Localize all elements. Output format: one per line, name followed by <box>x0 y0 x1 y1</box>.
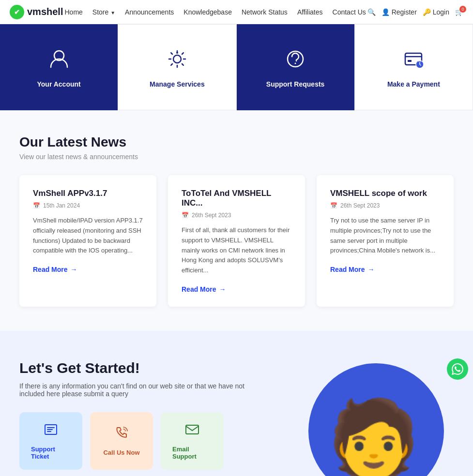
calendar-icon-1: 📅 <box>33 202 40 209</box>
news-subtitle: View our latest news & announcements <box>19 153 454 161</box>
svg-rect-6 <box>408 60 412 62</box>
nav-home[interactable]: Home <box>64 8 82 16</box>
read-more-1[interactable]: Read More → <box>33 266 143 273</box>
hero-cards: Your Account Manage Services Support Req… <box>0 24 473 110</box>
email-support-label: Email Support <box>172 446 212 460</box>
support-requests-label: Support Requests <box>266 80 325 88</box>
action-cards: Support Ticket Call Us Now <box>19 412 271 470</box>
login-link[interactable]: 🔑 Login <box>423 8 449 16</box>
get-started-title: Let's Get Started! <box>19 360 271 376</box>
nav-knowledgebase[interactable]: Knowledgebase <box>183 8 232 16</box>
action-card-support-ticket[interactable]: Support Ticket <box>19 412 82 470</box>
whatsapp-button[interactable] <box>447 358 468 380</box>
logo-text: vmshell <box>27 6 63 17</box>
read-more-2[interactable]: Read More → <box>182 285 291 293</box>
logo-icon: ✔ <box>10 5 24 19</box>
action-card-call-us-now[interactable]: Call Us Now <box>90 412 153 470</box>
news-section: Our Latest News View our latest news & a… <box>0 110 473 331</box>
make-payment-icon <box>401 47 426 75</box>
calendar-icon-2: 📅 <box>182 212 189 219</box>
hero-card-make-payment[interactable]: Make a Payment <box>354 24 473 110</box>
login-icon: 🔑 <box>423 8 431 16</box>
news-card-1: VmShell APPv3.1.7 📅 15th Jan 2024 VmShel… <box>19 175 156 307</box>
arrow-icon-2: → <box>219 285 226 293</box>
get-started-illustration: 🧑‍💼 <box>308 344 473 476</box>
arrow-icon-3: → <box>368 266 375 273</box>
navbar: ✔ vmshell Home Store ▼ Announcements Kno… <box>0 0 473 24</box>
user-icon: 👤 <box>381 8 390 16</box>
arrow-icon-1: → <box>71 266 77 273</box>
get-started-content: Let's Get Started! If there is any infor… <box>19 360 271 470</box>
nav-affiliates[interactable]: Affiliates <box>297 8 323 16</box>
navbar-right: 🔍 👤 Register 🔑 Login 🛒 0 <box>367 8 463 16</box>
cart-count: 0 <box>459 6 466 13</box>
cart-button[interactable]: 🛒 0 <box>455 8 463 16</box>
svg-point-2 <box>176 52 178 54</box>
news-grid: VmShell APPv3.1.7 📅 15th Jan 2024 VmShel… <box>19 175 454 307</box>
calendar-icon-3: 📅 <box>330 202 337 209</box>
news-card-3-date: 📅 26th Sept 2023 <box>330 202 440 209</box>
nav-announcements[interactable]: Announcements <box>125 8 174 16</box>
hero-card-support-requests[interactable]: Support Requests <box>237 24 354 110</box>
manage-services-icon <box>165 47 189 75</box>
call-us-icon <box>114 425 129 444</box>
get-started-description: If there is any information you can't fi… <box>19 382 271 398</box>
hero-card-your-account[interactable]: Your Account <box>0 24 118 110</box>
logo[interactable]: ✔ vmshell <box>10 5 63 19</box>
svg-rect-9 <box>186 425 198 434</box>
news-card-2: ToToTel And VMSHELL INC... 📅 26th Sept 2… <box>168 175 305 307</box>
news-title: Our Latest News <box>19 134 454 150</box>
make-payment-label: Make a Payment <box>387 80 440 88</box>
read-more-3[interactable]: Read More → <box>330 266 440 273</box>
news-card-3-excerpt: Try not to use the same server IP in mul… <box>330 216 440 256</box>
svg-point-4 <box>295 62 296 64</box>
nav-store[interactable]: Store ▼ <box>92 8 115 16</box>
news-card-3-title: VMSHELL scope of work <box>330 189 440 198</box>
get-started-section: Let's Get Started! If there is any infor… <box>0 331 473 476</box>
news-card-2-date: 📅 26th Sept 2023 <box>182 212 291 219</box>
hero-card-manage-services[interactable]: Manage Services <box>118 24 236 110</box>
nav-network-status[interactable]: Network Status <box>242 8 288 16</box>
support-ticket-label: Support Ticket <box>31 446 71 460</box>
support-ticket-icon <box>43 422 59 441</box>
svg-point-1 <box>173 55 181 63</box>
call-us-label: Call Us Now <box>103 449 139 456</box>
nav-links: Home Store ▼ Announcements Knowledgebase… <box>64 8 366 16</box>
person-illustration: 🧑‍💼 <box>313 402 434 476</box>
search-icon[interactable]: 🔍 <box>367 8 376 16</box>
manage-services-label: Manage Services <box>150 80 205 88</box>
news-card-2-excerpt: First of all, thank all customers for th… <box>182 225 291 276</box>
your-account-icon <box>47 47 71 75</box>
news-card-1-date: 📅 15th Jan 2024 <box>33 202 143 209</box>
store-dropdown-arrow: ▼ <box>110 10 115 15</box>
support-requests-icon <box>283 47 307 75</box>
email-support-icon <box>184 422 200 441</box>
action-card-email-support[interactable]: Email Support <box>161 412 224 470</box>
register-link[interactable]: 👤 Register <box>381 8 417 16</box>
nav-contact-us[interactable]: Contact Us <box>333 8 366 16</box>
your-account-label: Your Account <box>37 80 81 88</box>
news-card-2-title: ToToTel And VMSHELL INC... <box>182 189 291 208</box>
news-card-1-title: VmShell APPv3.1.7 <box>33 189 143 198</box>
news-card-1-excerpt: VmShell mobile/IPAD version APP3.1.7 off… <box>33 216 143 256</box>
news-card-3: VMSHELL scope of work 📅 26th Sept 2023 T… <box>317 175 454 307</box>
